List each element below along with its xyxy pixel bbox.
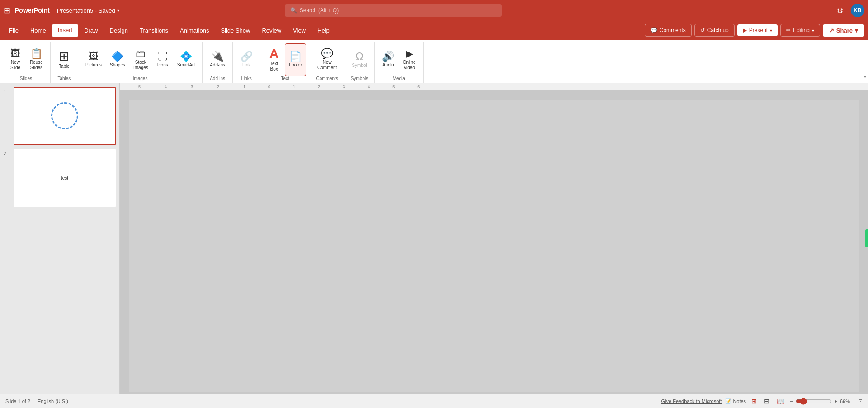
links-group-label: Links	[241, 76, 251, 81]
ribbon-group-text: A TextBox 📄 Footer Text	[260, 42, 310, 83]
menu-transitions[interactable]: Transitions	[134, 24, 174, 37]
zoom-level[interactable]: 66%	[840, 399, 854, 404]
slide-thumb-2[interactable]: 2 test	[4, 149, 116, 207]
new-slide-button[interactable]: 🖼 NewSlide	[5, 43, 25, 76]
doc-title-arrow[interactable]: ▾	[117, 8, 119, 13]
symbols-group-label: Symbols	[351, 76, 368, 81]
slide-thumb-1[interactable]: 1	[4, 87, 116, 145]
comments-group-label: Comments	[316, 76, 338, 81]
menu-home[interactable]: Home	[25, 24, 52, 37]
comments-icon: 💬	[651, 27, 657, 33]
present-arrow: ▾	[770, 28, 772, 33]
menu-insert[interactable]: Insert	[52, 24, 78, 37]
status-bar-right: Give Feedback to Microsoft 📝 Notes ⊞ ⊟ 📖…	[661, 397, 863, 406]
menu-view[interactable]: View	[288, 24, 311, 37]
table-icon: ⊞	[59, 50, 69, 63]
text-group-label: Text	[281, 76, 289, 81]
table-button[interactable]: ⊞ Table	[54, 43, 74, 76]
menu-animations[interactable]: Animations	[175, 24, 214, 37]
menu-right-buttons: 💬 Comments ↺ Catch up ▶ Present ▾ ✏ Edit…	[645, 24, 864, 37]
stock-images-button[interactable]: 🗃 StockImages	[130, 43, 152, 76]
editing-button[interactable]: ✏ Editing ▾	[780, 24, 820, 37]
pictures-icon: 🖼	[89, 52, 99, 62]
smartart-button[interactable]: 💠 SmartArt	[174, 43, 198, 76]
online-video-button[interactable]: ▶ OnlineVideo	[399, 43, 420, 76]
zoom-in-button[interactable]: +	[835, 399, 837, 404]
menu-slideshow[interactable]: Slide Show	[215, 24, 255, 37]
search-input[interactable]	[300, 7, 496, 14]
share-arrow: ▾	[855, 27, 858, 34]
link-icon: 🔗	[241, 52, 253, 62]
reading-view-button[interactable]: 📖	[775, 397, 786, 406]
addins-icon: 🔌	[212, 52, 224, 62]
slide-num-1: 1	[4, 87, 10, 94]
editing-arrow: ▾	[812, 28, 814, 33]
app-name: PowerPoint	[15, 7, 50, 14]
present-button[interactable]: ▶ Present ▾	[737, 24, 778, 36]
shapes-button[interactable]: 🔷 Shapes	[106, 43, 129, 76]
reuse-slides-button[interactable]: 📋 ReuseSlides	[26, 43, 47, 76]
ribbon-group-slides: 🖼 NewSlide 📋 ReuseSlides Slides	[2, 42, 51, 83]
side-handle[interactable]	[865, 229, 868, 247]
reuse-slides-icon: 📋	[30, 49, 42, 59]
slide-sorter-button[interactable]: ⊟	[762, 397, 771, 406]
ribbon: 🖼 NewSlide 📋 ReuseSlides Slides ⊞ Table …	[0, 40, 868, 83]
slide-preview-2[interactable]: test	[14, 149, 116, 207]
ribbon-group-symbols: Ω Symbol Symbols	[344, 42, 374, 83]
search-icon: 🔍	[290, 7, 297, 14]
doc-title: Presentation5 - Saved	[57, 7, 115, 14]
ribbon-group-media: 🔊 Audio ▶ OnlineVideo Media	[375, 42, 424, 83]
pictures-button[interactable]: 🖼 Pictures	[82, 43, 105, 76]
slide-preview-1[interactable]	[14, 87, 116, 145]
online-video-icon: ▶	[406, 49, 413, 59]
new-slide-icon: 🖼	[10, 49, 20, 59]
link-button[interactable]: 🔗 Link	[236, 43, 256, 76]
share-button[interactable]: ↗ Share ▾	[823, 24, 864, 37]
fit-slide-button[interactable]: ⊡	[858, 398, 863, 404]
ribbon-expand-icon[interactable]: ▾	[862, 72, 868, 81]
language-label: English (U.S.)	[38, 399, 68, 404]
slides-group-label: Slides	[20, 76, 32, 81]
app-grid-icon[interactable]: ⊞	[4, 5, 10, 15]
textbox-icon: A	[269, 47, 278, 60]
menu-help[interactable]: Help	[312, 24, 335, 37]
slide-panel: 1 2 test	[0, 83, 120, 394]
notes-button[interactable]: 📝 Notes	[725, 398, 746, 404]
new-comment-icon: 💬	[321, 49, 333, 59]
menu-review[interactable]: Review	[256, 24, 287, 37]
tables-group-label: Tables	[57, 76, 71, 81]
slide-1-dashed-circle	[51, 102, 78, 129]
comments-button[interactable]: 💬 Comments	[645, 24, 692, 37]
avatar[interactable]: KB	[851, 4, 864, 17]
zoom-slider[interactable]	[796, 398, 832, 405]
stock-images-icon: 🗃	[136, 49, 146, 59]
notes-icon: 📝	[725, 398, 731, 404]
status-bar: Slide 1 of 2 English (U.S.) Give Feedbac…	[0, 394, 868, 408]
media-group-label: Media	[393, 76, 405, 81]
editing-icon: ✏	[786, 27, 791, 33]
feedback-label[interactable]: Give Feedback to Microsoft	[661, 399, 722, 404]
addins-group-label: Add-ins	[210, 76, 225, 81]
addins-button[interactable]: 🔌 Add-ins	[206, 43, 229, 76]
symbol-button[interactable]: Ω Symbol	[348, 43, 370, 76]
audio-icon: 🔊	[382, 52, 394, 62]
main-layout: 1 2 test -5	[0, 83, 868, 394]
new-comment-button[interactable]: 💬 NewComment	[314, 43, 340, 76]
ribbon-group-images: 🖼 Pictures 🔷 Shapes 🗃 StockImages ⛶ Icon…	[78, 42, 203, 83]
zoom-out-button[interactable]: −	[790, 399, 793, 404]
smartart-icon: 💠	[180, 52, 192, 62]
menu-draw[interactable]: Draw	[79, 24, 103, 37]
menu-design[interactable]: Design	[104, 24, 133, 37]
normal-view-button[interactable]: ⊞	[750, 397, 759, 406]
footer-button[interactable]: 📄 Footer	[285, 43, 306, 76]
footer-icon: 📄	[289, 52, 302, 62]
ribbon-group-tables: ⊞ Table Tables	[51, 42, 78, 83]
settings-icon[interactable]: ⚙	[833, 3, 847, 18]
icons-button[interactable]: ⛶ Icons	[153, 43, 173, 76]
textbox-button[interactable]: A TextBox	[264, 43, 284, 76]
catchup-button[interactable]: ↺ Catch up	[694, 24, 735, 37]
horizontal-ruler: -5 -4 -3 -2 -1 0 1 2 3 4 5 6	[120, 83, 868, 90]
audio-button[interactable]: 🔊 Audio	[378, 43, 398, 76]
share-icon: ↗	[829, 27, 834, 34]
menu-file[interactable]: File	[4, 24, 24, 37]
